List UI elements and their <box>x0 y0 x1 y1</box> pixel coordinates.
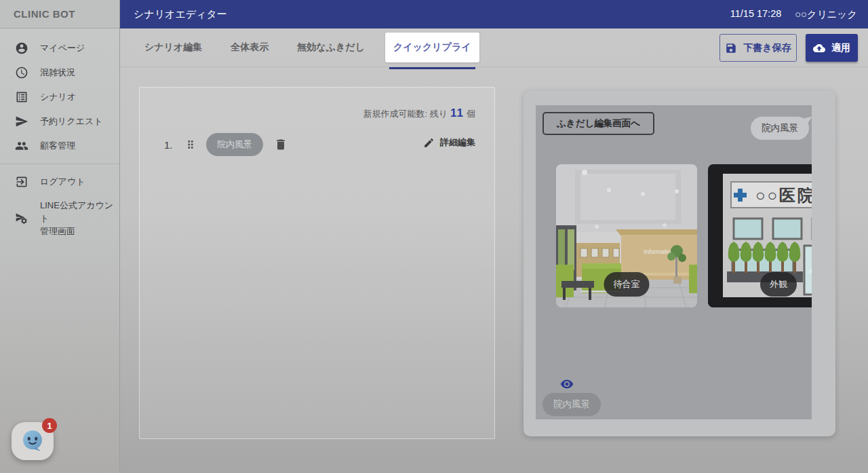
tab-quick-reply[interactable]: クイックリプライ <box>385 33 479 62</box>
quota-prefix: 新規作成可能数: 残り <box>363 108 448 120</box>
tab-overview[interactable]: 全体表示 <box>231 41 269 54</box>
eye-icon <box>560 377 574 391</box>
topbar-right: 11/15 17:28 ○○クリニック <box>730 8 857 21</box>
chat-preview: ふきだし編集画面へ 院内風景 Information <box>536 105 812 419</box>
apply-label: 適用 <box>831 42 850 54</box>
sidebar-item-label: マイページ <box>40 42 85 54</box>
sidebar-item-label: LINE公式アカウント 管理画面 <box>40 200 119 238</box>
delete-button[interactable] <box>274 138 288 151</box>
preview-quick-reply-chip[interactable]: 院内風景 <box>542 393 601 416</box>
sidebar-item-label: ログアウト <box>40 176 85 188</box>
drag-handle-icon[interactable] <box>184 138 197 151</box>
quota-suffix: 個 <box>467 108 475 120</box>
sidebar-item-label: 顧客管理 <box>40 140 75 152</box>
send-icon <box>15 115 28 128</box>
sidebar-divider <box>0 164 119 164</box>
detail-edit-label: 詳細編集 <box>440 136 475 149</box>
cloud-upload-icon <box>813 42 825 54</box>
sidebar-item-label: 予約リクエスト <box>40 115 103 128</box>
send-gear-icon <box>15 212 28 225</box>
save-draft-label: 下書き保存 <box>743 42 791 54</box>
trash-icon <box>274 138 288 151</box>
bubble-edit-button[interactable]: ふきだし編集画面へ <box>542 112 654 135</box>
sidebar-item-mypage[interactable]: マイページ <box>0 36 119 60</box>
quota-value: 11 <box>450 107 464 120</box>
account-circle-icon <box>15 41 28 55</box>
preview-card: ふきだし編集画面へ 院内風景 Information <box>524 90 835 436</box>
save-draft-button[interactable]: 下書き保存 <box>719 34 797 62</box>
sidebar-item-congestion[interactable]: 混雑状況 <box>0 60 119 85</box>
tab-scenario-edit[interactable]: シナリオ編集 <box>144 41 202 54</box>
user-message-bubble: 院内風景 <box>751 117 809 140</box>
quota-counter: 新規作成可能数: 残り 11 個 <box>363 107 475 120</box>
image-label: 外観 <box>760 272 797 297</box>
row-index: 1. <box>164 139 179 151</box>
logout-icon <box>15 175 28 189</box>
clock-icon <box>15 66 28 79</box>
notification-badge: 1 <box>42 418 57 433</box>
tab-disabled-bubbles[interactable]: 無効なふきだし <box>297 41 365 54</box>
page-title: シナリオエディター <box>134 8 227 21</box>
visibility-toggle[interactable] <box>560 377 574 391</box>
svg-text:○○医院: ○○医院 <box>755 186 812 204</box>
sidebar-item-reservation-request[interactable]: 予約リクエスト <box>0 109 119 134</box>
tab-bar: シナリオ編集 全体表示 無効なふきだし クイックリプライ 下書き保存 適用 <box>120 29 868 67</box>
datetime-text: 11/15 17:28 <box>730 8 782 21</box>
sidebar-item-line-admin[interactable]: LINE公式アカウント 管理画面 <box>0 194 119 244</box>
brand-logo: CLINIC BOT <box>0 0 119 29</box>
quick-reply-row: 1. 院内風景 <box>164 131 288 158</box>
sidebar-item-label: シナリオ <box>40 91 76 103</box>
main-area: シナリオ編集 全体表示 無効なふきだし クイックリプライ 下書き保存 適用 新規… <box>120 29 868 473</box>
sidebar-item-label: 混雑状況 <box>40 67 75 79</box>
pencil-icon <box>423 137 435 149</box>
sidebar-item-customer-management[interactable]: 顧客管理 <box>0 134 119 158</box>
topbar: シナリオエディター 11/15 17:28 ○○クリニック <box>120 0 868 29</box>
sidebar-item-logout[interactable]: ログアウト <box>0 170 119 194</box>
people-icon <box>15 139 28 153</box>
exterior-image: ○○医院 <box>708 164 812 307</box>
chat-widget-button[interactable]: 1 <box>12 422 54 460</box>
sidebar-nav: マイページ 混雑状況 シナリオ 予約リクエスト 顧客管理 ログアウト LINE公… <box>0 29 119 244</box>
chat-bot-face-icon <box>18 427 47 455</box>
save-icon <box>725 42 737 54</box>
list-alt-icon <box>15 90 28 104</box>
apply-button[interactable]: 適用 <box>806 34 858 62</box>
image-label: 待合室 <box>604 272 650 297</box>
sidebar-item-scenario[interactable]: シナリオ <box>0 85 119 109</box>
waiting-room-image: Information <box>556 164 697 307</box>
account-name: ○○クリニック <box>795 8 857 21</box>
quick-reply-panel: 新規作成可能数: 残り 11 個 1. 院内風景 詳細編集 <box>139 87 495 439</box>
quick-reply-chip: 院内風景 <box>206 133 263 156</box>
detail-edit-button[interactable]: 詳細編集 <box>423 136 475 149</box>
sidebar: CLINIC BOT マイページ 混雑状況 シナリオ 予約リクエスト 顧客管理 … <box>0 0 120 473</box>
